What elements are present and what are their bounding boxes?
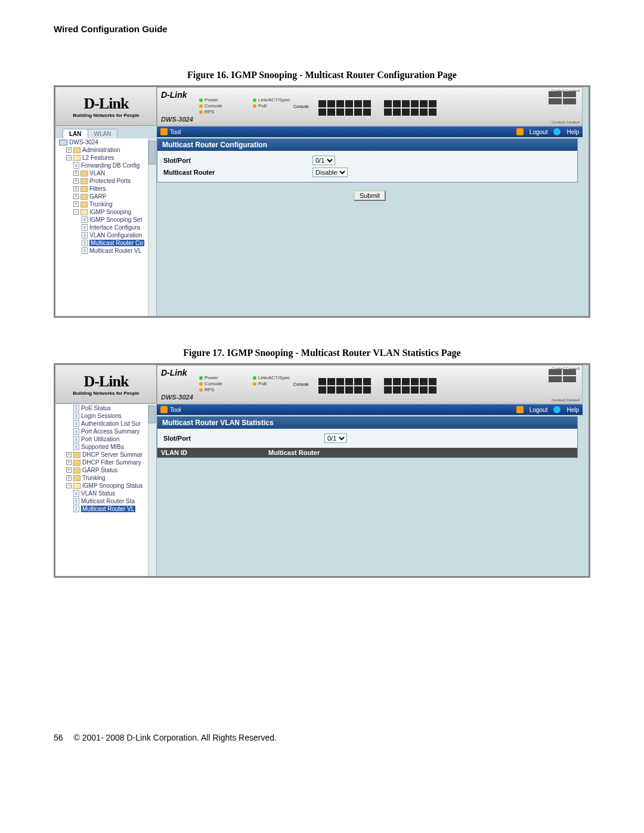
brand-logo: D-Link [84, 95, 129, 113]
tree-item[interactable]: +GARP Status [55, 466, 156, 474]
stats-panel: Multicast Router VLAN Statistics Slot/Po… [157, 416, 578, 458]
scrollbar[interactable] [148, 404, 156, 576]
page-footer: 56 © 2001- 2008 D-Link Corporation. All … [54, 733, 590, 742]
brand-tagline: Building Networks for People [73, 113, 140, 118]
scroll-thumb[interactable] [148, 141, 156, 165]
tree-item[interactable]: Supported MIBs [55, 443, 156, 451]
tree-item[interactable]: VLAN Configuration [55, 231, 156, 239]
figure17-title: IGMP Snooping - Multicast Router VLAN St… [227, 348, 461, 358]
device-leds-col2: Link/ACT/Spec PoE [253, 97, 290, 109]
sidebar-tabs: LAN WLAN [63, 129, 117, 138]
page-icon [82, 240, 88, 246]
tree-item[interactable]: Multicast Router VL [55, 505, 156, 513]
tree-item-label: Multicast Router VL [89, 247, 141, 254]
toolbar: Tool Logout Help [157, 126, 583, 137]
tab-wlan[interactable]: WLAN [88, 129, 118, 138]
slotport-label: Slot/Port [163, 157, 312, 164]
tree-item-label: VLAN Configuration [89, 232, 142, 239]
page-icon [73, 436, 79, 442]
tree-item[interactable]: +Trunking [55, 200, 156, 208]
logout-link[interactable]: Logout [530, 129, 548, 135]
col-mrouter: Multicast Router [265, 448, 577, 457]
tree-item[interactable]: +Administration [55, 146, 156, 154]
tree-item[interactable]: +Filters [55, 185, 156, 193]
col-vlanid: VLAN ID [157, 448, 265, 457]
tree-root[interactable]: DWS-3024 [55, 138, 156, 146]
expand-icon[interactable]: + [73, 202, 79, 207]
tree-item[interactable]: +Protected Ports [55, 177, 156, 185]
slotport-select[interactable]: 0/1 [324, 433, 347, 443]
folder-icon [73, 475, 80, 481]
submit-button[interactable]: Submit [354, 190, 386, 201]
tree-item-label: Forwarding DB Config [81, 162, 140, 169]
toolbar: Tool Logout Help [157, 404, 583, 415]
expand-icon[interactable]: + [73, 171, 79, 176]
tab-lan[interactable]: LAN [63, 129, 88, 138]
help-link[interactable]: Help [566, 129, 579, 135]
tool-menu[interactable]: Tool [170, 407, 181, 413]
expand-icon[interactable]: + [73, 194, 79, 199]
expand-icon[interactable]: − [73, 209, 79, 215]
page-icon [82, 247, 88, 254]
help-link[interactable]: Help [566, 407, 579, 413]
tree-item[interactable]: +VLAN [55, 169, 156, 177]
tree-item-label: L2 Features [82, 154, 114, 161]
device-ports [318, 370, 546, 401]
help-icon [553, 406, 561, 413]
tree-item[interactable]: Port Access Summary [55, 428, 156, 435]
config-panel: Multicast Router Configuration Slot/Port… [157, 138, 578, 182]
expand-icon[interactable]: + [66, 452, 72, 457]
tree-item[interactable]: −IGMP Snooping [55, 208, 156, 216]
tree-item[interactable]: Login Sessions [55, 412, 156, 420]
tree-item-label: DHCP Filter Summary [82, 459, 141, 466]
slotport-select[interactable]: 0/1 [312, 156, 335, 165]
tree-item[interactable]: +DHCP Filter Summary [55, 459, 156, 466]
scroll-thumb[interactable] [148, 405, 156, 423]
tree-item[interactable]: +GARP [55, 193, 156, 200]
expand-icon[interactable]: + [66, 475, 72, 481]
expand-icon[interactable]: + [73, 186, 79, 191]
tree-item-label: Trunking [82, 475, 106, 481]
tree-item[interactable]: Port Utilization [55, 435, 156, 443]
tree-item-label: Authentication List Sur [81, 420, 141, 427]
tree-item[interactable]: Interface Configura [55, 224, 156, 231]
tree-item-label: Supported MIBs [81, 444, 124, 450]
tool-icon [160, 128, 168, 135]
tree-item[interactable]: +Trunking [55, 474, 156, 482]
tree-item[interactable]: Multicast Router Co [55, 239, 156, 247]
expand-icon[interactable]: + [66, 147, 72, 153]
folder-icon [80, 194, 88, 200]
logout-icon [516, 128, 524, 135]
tree-item[interactable]: IGMP Snooping Set [55, 216, 156, 224]
tree-item[interactable]: Multicast Router Sta [55, 497, 156, 505]
figure17-label: Figure 17. [183, 348, 224, 358]
screenshot-fig16: D-Link Building Networks for People D-Li… [54, 85, 590, 318]
tree-item[interactable]: +DHCP Server Summar [55, 451, 156, 459]
tree-item-label: Port Utilization [81, 436, 119, 442]
page-icon [82, 224, 88, 231]
tree-item[interactable]: Forwarding DB Config [55, 162, 156, 169]
tree-item-label: IGMP Snooping Set [89, 216, 142, 223]
mrouter-select[interactable]: Disable [312, 168, 348, 177]
tree-item-label: Filters [89, 185, 106, 192]
tree-item[interactable]: Authentication List Sur [55, 420, 156, 428]
figure16-label: Figure 16. [187, 70, 228, 80]
expand-icon[interactable]: + [73, 178, 79, 184]
tree-item[interactable]: −IGMP Snooping Status [55, 482, 156, 490]
folder-icon [80, 171, 88, 176]
tool-menu[interactable]: Tool [170, 129, 181, 135]
tree-item-label: IGMP Snooping Status [82, 482, 143, 489]
tree-item[interactable]: VLAN Status [55, 490, 156, 497]
expand-icon[interactable]: − [66, 483, 72, 488]
tree-item[interactable]: Multicast Router VL [55, 247, 156, 255]
logout-link[interactable]: Logout [530, 407, 548, 413]
device-icon [59, 140, 67, 145]
tree-item[interactable]: −L2 Features [55, 154, 156, 162]
scrollbar[interactable] [148, 138, 156, 316]
expand-icon[interactable]: − [66, 155, 72, 160]
panel-title: Multicast Router VLAN Statistics [157, 417, 577, 429]
page-icon [82, 232, 88, 239]
tree-item[interactable]: PoE Status [55, 404, 156, 412]
expand-icon[interactable]: + [66, 460, 72, 465]
expand-icon[interactable]: + [66, 467, 72, 473]
